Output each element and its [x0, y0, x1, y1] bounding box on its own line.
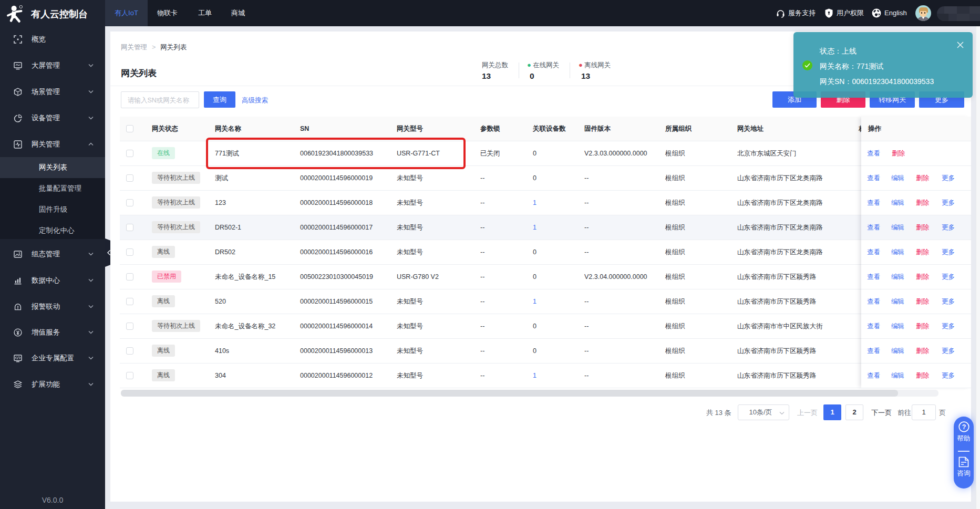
svg-text:?: ? [962, 423, 966, 431]
